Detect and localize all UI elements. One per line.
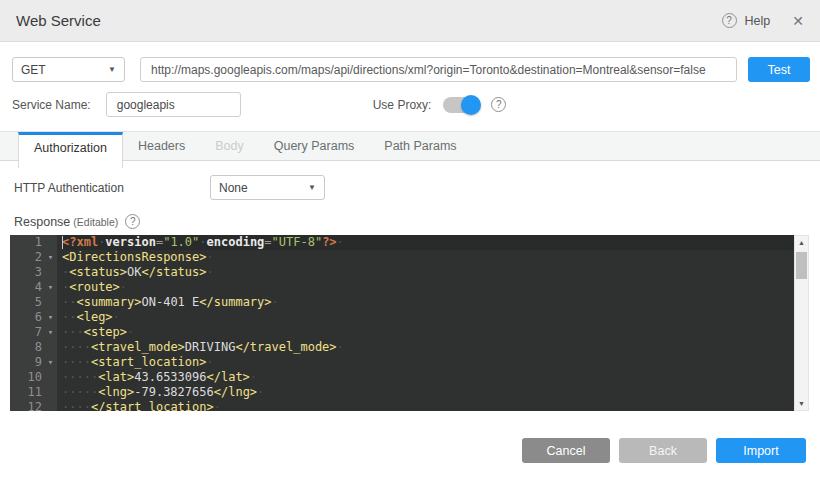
http-auth-label: HTTP Authentication [14, 181, 210, 195]
response-header: Response (Editable) ? [14, 214, 820, 229]
gutter-line: 1 [10, 235, 57, 250]
code-line: ··<leg>· [62, 310, 794, 325]
cancel-button[interactable]: Cancel [522, 438, 610, 463]
dialog-header: Web Service ? Help ✕ [0, 0, 820, 42]
tab-bar: AuthorizationHeadersBodyQuery ParamsPath… [0, 131, 820, 161]
fold-icon[interactable]: ▾ [44, 325, 57, 340]
close-icon[interactable]: ✕ [792, 13, 804, 29]
toggle-knob [461, 95, 481, 115]
help-link[interactable]: Help [745, 14, 771, 28]
line-number: 1 [10, 235, 44, 250]
code-line: ·<route>· [62, 280, 794, 295]
line-number: 5 [10, 295, 44, 310]
fold-spacer [44, 370, 57, 385]
code-line: ····<travel_mode>DRIVING</travel_mode>· [62, 340, 794, 355]
response-label: Response [14, 215, 70, 229]
response-help-icon[interactable]: ? [125, 214, 140, 229]
fold-spacer [44, 385, 57, 400]
fold-spacer [44, 400, 57, 411]
fold-icon[interactable]: ▾ [44, 355, 57, 370]
footer-buttons: Cancel Back Import [522, 438, 806, 463]
scroll-down-icon[interactable]: ▼ [795, 400, 808, 407]
code-line: ·<status>OK</status>· [62, 265, 794, 280]
gutter-line: 5 [10, 295, 57, 310]
service-name-label: Service Name: [12, 98, 91, 112]
gutter-line: 11 [10, 385, 57, 400]
dialog-title: Web Service [16, 12, 101, 29]
line-number: 10 [10, 370, 44, 385]
use-proxy-toggle[interactable] [443, 97, 479, 113]
line-number: 6 [10, 310, 44, 325]
code-line: ····</start_location>· [62, 400, 794, 411]
line-number: 3 [10, 265, 44, 280]
test-button[interactable]: Test [748, 57, 810, 82]
chevron-down-icon: ▼ [308, 183, 316, 192]
fold-icon[interactable]: ▾ [44, 310, 57, 325]
proxy-help-icon[interactable]: ? [491, 97, 506, 112]
gutter-line: 7▾ [10, 325, 57, 340]
line-number: 2 [10, 250, 44, 265]
line-number: 12 [10, 400, 44, 411]
http-method-select[interactable]: GET ▼ [12, 57, 125, 82]
gutter-line: 2▾ [10, 250, 57, 265]
http-auth-select[interactable]: None ▼ [210, 175, 325, 200]
tab-path-params[interactable]: Path Params [369, 132, 471, 160]
line-number: 4 [10, 280, 44, 295]
line-number: 11 [10, 385, 44, 400]
http-method-value: GET [21, 63, 46, 77]
tab-headers[interactable]: Headers [123, 132, 200, 160]
editor-gutter: 12▾34▾56▾7▾89▾101112 [10, 235, 57, 411]
response-editable-label: (Editable) [73, 216, 118, 228]
editor-code: <?xml·version="1.0"·encoding="UTF-8"?>·<… [57, 235, 794, 411]
fold-spacer [44, 295, 57, 310]
use-proxy-label: Use Proxy: [373, 98, 432, 112]
line-number: 7 [10, 325, 44, 340]
fold-spacer [44, 235, 57, 250]
response-editor[interactable]: 12▾34▾56▾7▾89▾101112 <?xml·version="1.0"… [10, 235, 794, 411]
gutter-line: 6▾ [10, 310, 57, 325]
response-editor-wrap: 12▾34▾56▾7▾89▾101112 <?xml·version="1.0"… [10, 235, 809, 411]
code-line: ·····<lat>43.6533096</lat>· [62, 370, 794, 385]
import-button[interactable]: Import [716, 438, 806, 463]
code-line: <?xml·version="1.0"·encoding="UTF-8"?>· [62, 235, 794, 250]
gutter-line: 3 [10, 265, 57, 280]
request-row: GET ▼ Test [12, 57, 810, 82]
text-cursor [62, 236, 63, 249]
line-number: 8 [10, 340, 44, 355]
gutter-line: 9▾ [10, 355, 57, 370]
editor-scrollbar[interactable]: ▲ ▼ [794, 235, 809, 411]
http-auth-value: None [219, 181, 248, 195]
scrollbar-thumb[interactable] [796, 252, 807, 279]
line-number: 9 [10, 355, 44, 370]
gutter-line: 12 [10, 400, 57, 411]
tab-body: Body [200, 132, 259, 160]
gutter-line: 8 [10, 340, 57, 355]
auth-row: HTTP Authentication None ▼ [14, 175, 806, 200]
code-line: ···<step>· [62, 325, 794, 340]
code-line: ··<summary>ON-401 E</summary>· [62, 295, 794, 310]
fold-spacer [44, 340, 57, 355]
fold-spacer [44, 265, 57, 280]
help-icon[interactable]: ? [722, 13, 737, 28]
code-line: ·····<lng>-79.3827656</lng>· [62, 385, 794, 400]
chevron-down-icon: ▼ [108, 65, 116, 74]
service-name-input[interactable] [106, 92, 241, 117]
scroll-up-icon[interactable]: ▲ [795, 239, 808, 246]
tab-query-params[interactable]: Query Params [259, 132, 370, 160]
url-input[interactable] [140, 57, 737, 82]
code-line: ····<start_location>· [62, 355, 794, 370]
gutter-line: 4▾ [10, 280, 57, 295]
tab-authorization[interactable]: Authorization [18, 132, 123, 168]
code-line: <DirectionsResponse>· [62, 250, 794, 265]
fold-icon[interactable]: ▾ [44, 280, 57, 295]
back-button[interactable]: Back [619, 438, 707, 463]
service-row: Service Name: Use Proxy: ? [12, 92, 810, 117]
gutter-line: 10 [10, 370, 57, 385]
fold-icon[interactable]: ▾ [44, 250, 57, 265]
